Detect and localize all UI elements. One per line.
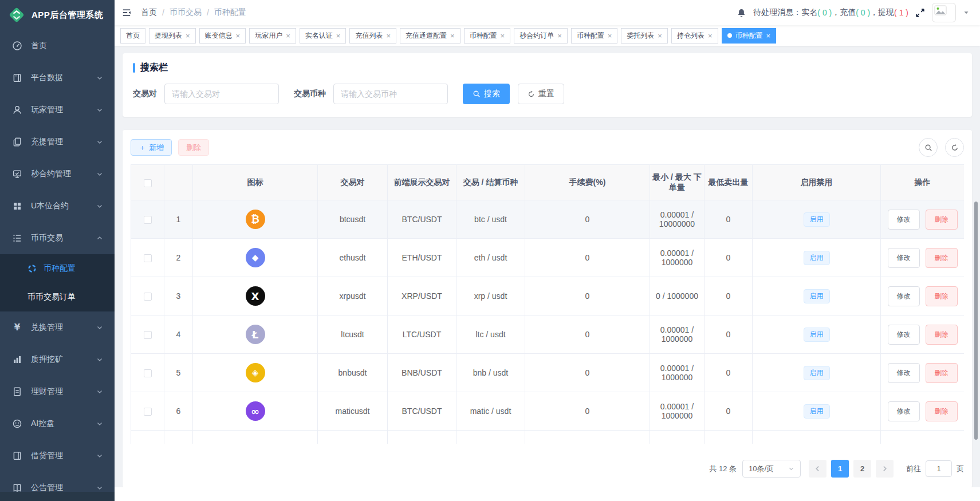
close-icon[interactable]: ×	[557, 32, 562, 40]
sidebar-item-spot-orders[interactable]: 币币交易订单	[0, 283, 115, 311]
delete-button[interactable]: 删除	[926, 363, 958, 383]
sidebar-item-coin-config[interactable]: 币种配置	[0, 254, 115, 283]
edit-button[interactable]: 修改	[888, 248, 920, 268]
search-button[interactable]: 搜索	[463, 84, 510, 104]
tab-11[interactable]: 持仓列表×	[671, 28, 718, 44]
avatar[interactable]	[932, 3, 956, 22]
reset-button[interactable]: 重置	[518, 84, 564, 104]
select-all-checkbox[interactable]	[144, 179, 152, 187]
page-size-select[interactable]: 10条/页	[742, 460, 801, 478]
row-min-max-cell: 0.00001 / 1000000	[650, 315, 705, 354]
tab-label: 玩家用户	[255, 31, 282, 41]
sidebar-item-u-contract[interactable]: U本位合约	[0, 190, 115, 222]
sidebar-item-notice-manage[interactable]: 公告管理	[0, 472, 115, 501]
search-title-text: 搜索栏	[140, 62, 168, 74]
add-button[interactable]: ＋ 新增	[131, 139, 172, 156]
sidebar-item-staking-mining[interactable]: 质押挖矿	[0, 344, 115, 376]
tab-5[interactable]: 充值列表×	[349, 28, 396, 44]
tab-10[interactable]: 委托列表×	[621, 28, 668, 44]
tab-6[interactable]: 充值通道配置×	[400, 28, 461, 44]
delete-button[interactable]: 删除	[926, 286, 958, 306]
delete-button[interactable]: 删除	[926, 325, 958, 345]
enable-badge[interactable]: 启用	[804, 289, 830, 303]
row-index-cell: 5	[164, 354, 193, 392]
row-checkbox[interactable]	[144, 331, 152, 339]
sidebar-item-wealth-manage[interactable]: 理财管理	[0, 376, 115, 408]
goto-page-input[interactable]	[926, 460, 952, 477]
table-search-button[interactable]	[919, 138, 938, 157]
delete-button[interactable]: 删除	[926, 248, 958, 268]
delete-button[interactable]: 删除	[926, 401, 958, 421]
row-index-cell: 6	[164, 392, 193, 431]
row-checkbox[interactable]	[144, 408, 152, 416]
close-icon[interactable]: ×	[336, 32, 341, 40]
table-panel: ＋ 新增 删除	[123, 130, 972, 487]
caret-down-icon[interactable]	[963, 9, 970, 16]
row-checkbox[interactable]	[144, 369, 152, 377]
table-toolbar: ＋ 新增 删除	[131, 138, 964, 157]
edit-button[interactable]: 修改	[888, 210, 920, 230]
tab-2[interactable]: 账变信息×	[199, 28, 246, 44]
enable-badge[interactable]: 启用	[804, 328, 830, 342]
enable-badge[interactable]: 启用	[804, 366, 830, 380]
sidebar-item-exchange-manage[interactable]: ¥兑换管理	[0, 311, 115, 344]
close-icon[interactable]: ×	[766, 32, 771, 40]
sidebar-item-deposit-manage[interactable]: 充提管理	[0, 126, 115, 158]
row-checkbox[interactable]	[144, 254, 152, 262]
page-bottom-strip	[115, 487, 980, 501]
breadcrumb-item[interactable]: 首页	[141, 7, 157, 18]
tab-7[interactable]: 币种配置×	[464, 28, 511, 44]
enable-badge[interactable]: 启用	[804, 404, 830, 419]
edit-button[interactable]: 修改	[888, 286, 920, 306]
tab-4[interactable]: 实名认证×	[300, 28, 347, 44]
close-icon[interactable]: ×	[450, 32, 455, 40]
collapse-menu-icon[interactable]	[121, 7, 132, 18]
page-button-2[interactable]: 2	[853, 460, 871, 478]
close-icon[interactable]: ×	[501, 32, 505, 40]
close-icon[interactable]: ×	[286, 32, 290, 40]
tab-1[interactable]: 提现列表×	[149, 28, 196, 44]
coin-input[interactable]	[333, 84, 448, 104]
sidebar-item-platform-data[interactable]: 平台数据	[0, 62, 115, 94]
row-index-cell: 2	[164, 239, 193, 277]
tab-0[interactable]: 首页	[120, 28, 145, 44]
delete-button[interactable]: 删除	[926, 210, 958, 230]
close-icon[interactable]: ×	[658, 32, 662, 40]
close-icon[interactable]: ×	[708, 32, 713, 40]
row-fee-cell: 0	[525, 392, 650, 431]
row-checkbox[interactable]	[144, 293, 152, 301]
edit-button[interactable]: 修改	[888, 363, 920, 383]
close-icon[interactable]: ×	[608, 32, 612, 40]
close-icon[interactable]: ×	[186, 32, 190, 40]
sidebar-item-ai-control[interactable]: AI控盘	[0, 408, 115, 440]
sidebar-item-loan-manage[interactable]: 借贷管理	[0, 440, 115, 472]
sidebar-item-spot-trade[interactable]: 币币交易	[0, 222, 115, 254]
row-checkbox[interactable]	[144, 216, 152, 224]
breadcrumb-item: 币币交易	[170, 7, 202, 18]
vertical-scrollbar[interactable]	[974, 202, 978, 440]
edit-button[interactable]: 修改	[888, 325, 920, 345]
edit-button[interactable]: 修改	[888, 401, 920, 421]
copy-icon	[11, 137, 23, 147]
bell-icon[interactable]	[737, 8, 746, 18]
table-refresh-button[interactable]	[945, 138, 964, 157]
tab-8[interactable]: 秒合约订单×	[514, 28, 568, 44]
sidebar-item-label: AI控盘	[31, 419, 54, 429]
tab-9[interactable]: 币种配置×	[571, 28, 618, 44]
prev-page-button[interactable]	[809, 460, 826, 478]
tab-active[interactable]: 币种配置×	[722, 28, 777, 44]
bulk-delete-button[interactable]: 删除	[178, 139, 209, 156]
enable-badge[interactable]: 启用	[804, 251, 830, 265]
close-icon[interactable]: ×	[386, 32, 391, 40]
sidebar-item-home[interactable]: 首页	[0, 30, 115, 62]
tab-3[interactable]: 玩家用户×	[249, 28, 296, 44]
enable-badge[interactable]: 启用	[804, 212, 830, 227]
next-page-button[interactable]	[876, 460, 894, 478]
pair-input[interactable]	[164, 84, 279, 104]
sidebar-item-seconds-contract[interactable]: 秒合约管理	[0, 158, 115, 190]
sidebar-item-player-manage[interactable]: 玩家管理	[0, 94, 115, 126]
empty-cell	[318, 431, 388, 444]
page-button-1[interactable]: 1	[831, 460, 849, 478]
fullscreen-icon[interactable]	[915, 8, 925, 18]
close-icon[interactable]: ×	[236, 32, 241, 40]
